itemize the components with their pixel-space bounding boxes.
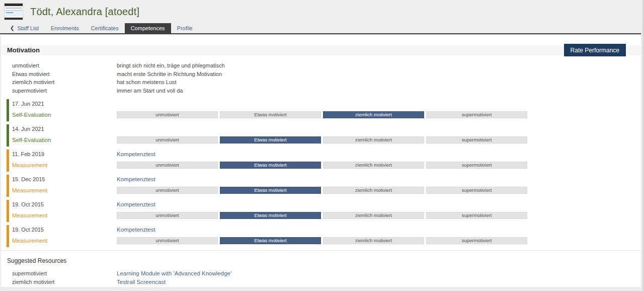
rating-segment: supermotiviert: [426, 111, 527, 118]
tab-label: Enrolments: [51, 25, 79, 31]
rating-segment: supermotiviert: [426, 187, 527, 194]
legend-level-label: Etwas motiviert: [12, 70, 117, 79]
evaluation-type-label: Measurement: [12, 162, 117, 172]
tab-certificates[interactable]: Certificates: [85, 23, 125, 33]
legend-row: ziemlich motiviert hat schon meistens Lu…: [1, 78, 641, 87]
evaluation-date: 11. Feb 2019: [12, 151, 117, 161]
tab-label: Competences: [131, 25, 165, 31]
evaluation-row: 11. Feb 2019 Kompetenztest Measurement u…: [7, 150, 641, 172]
tab-enrolments[interactable]: Enrolments: [45, 23, 85, 33]
rating-segment: ziemlich motiviert: [323, 136, 424, 143]
rating-scale-bar: unmotiviertEtwas motiviertziemlich motiv…: [117, 212, 527, 219]
tab-label: Staff List: [17, 25, 39, 31]
evaluation-row: 14. Jun 2021 Self-Evaluation unmotiviert…: [7, 124, 641, 147]
competence-test-link[interactable]: Kompetenztest: [117, 176, 155, 182]
evaluation-row: 19. Oct 2015 Kompetenztest Measurement u…: [7, 225, 641, 247]
evaluation-date: 17. Jun 2021: [12, 101, 117, 110]
rating-scale-bar: unmotiviertEtwas motiviertziemlich motiv…: [117, 162, 527, 169]
resource-level-label: ziemlich motiviert: [12, 278, 117, 286]
evaluation-date: 19. Oct 2015: [12, 227, 117, 236]
legend-row: supermotiviert immer am Start und voll d…: [1, 87, 641, 95]
app-logo-thumbnail-icon: [4, 3, 23, 20]
rating-scale-bar: unmotiviertEtwas motiviertziemlich motiv…: [117, 111, 527, 118]
legend-row: unmotiviert bringt sich nicht ein, träge…: [1, 61, 641, 70]
rating-segment: ziemlich motiviert: [323, 162, 424, 169]
rating-segment: Etwas motiviert: [220, 212, 321, 219]
rating-segment: supermotiviert: [426, 162, 527, 169]
evaluation-date: 14. Jun 2021: [12, 126, 117, 135]
rating-segment: Etwas motiviert: [220, 136, 321, 143]
rating-segment: unmotiviert: [117, 111, 218, 118]
rating-segment: supermotiviert: [426, 136, 527, 143]
legend-level-description: hat schon meistens Lust: [117, 78, 641, 87]
rating-scale-bar: unmotiviertEtwas motiviertziemlich motiv…: [117, 136, 527, 143]
legend-level-label: unmotiviert: [12, 61, 117, 70]
rating-segment: Etwas motiviert: [220, 237, 321, 244]
rating-segment: Etwas motiviert: [220, 111, 321, 118]
competence-test-link[interactable]: Kompetenztest: [117, 201, 155, 207]
rating-segment: supermotiviert: [426, 212, 527, 219]
tab-label: Certificates: [91, 25, 119, 31]
evaluation-list: 17. Jun 2021 Self-Evaluation unmotiviert…: [7, 99, 641, 247]
competence-test-link[interactable]: Kompetenztest: [117, 151, 155, 157]
rating-segment: ziemlich motiviert: [323, 187, 424, 194]
rating-segment: supermotiviert: [426, 237, 527, 244]
content-panel: Motivation Rate Performance unmotiviert …: [1, 35, 641, 287]
scale-legend: unmotiviert bringt sich nicht ein, träge…: [1, 61, 641, 95]
rating-segment: unmotiviert: [117, 162, 218, 169]
suggested-resource-row: supermotiviert Learning Module with 'Adv…: [1, 269, 641, 278]
chevron-left-icon: ❮: [10, 26, 14, 31]
rating-segment: unmotiviert: [117, 212, 218, 219]
tab-label: Profile: [177, 25, 193, 31]
evaluation-type-label: Self-Evaluation: [12, 137, 117, 147]
rating-segment: ziemlich motiviert: [323, 212, 424, 219]
suggested-resources-title: Suggested Resources: [1, 251, 641, 269]
legend-level-label: supermotiviert: [12, 87, 117, 95]
tab-staff-list[interactable]: ❮ Staff List: [4, 23, 45, 33]
page-header: Tödt, Alexandra [atoedt]: [0, 0, 644, 23]
section-title: Motivation: [7, 46, 40, 54]
evaluation-test-cell: [117, 126, 527, 135]
rating-segment: unmotiviert: [117, 187, 218, 194]
rating-segment: ziemlich motiviert: [323, 111, 424, 118]
legend-level-label: ziemlich motiviert: [12, 78, 117, 87]
resource-link[interactable]: Testrail Screencast: [117, 279, 166, 285]
evaluation-date: 15. Dec 2015: [12, 176, 117, 186]
evaluation-test-cell: Kompetenztest: [117, 227, 527, 236]
section-header-motivation: Motivation Rate Performance: [1, 45, 641, 55]
legend-level-description: immer am Start und voll da: [117, 87, 641, 95]
evaluation-type-label: Measurement: [12, 187, 117, 197]
suggested-resource-row: ziemlich motiviert Testrail Screencast: [1, 278, 641, 286]
rate-performance-button[interactable]: Rate Performance: [564, 44, 626, 56]
legend-level-description: bringt sich nicht ein, träge und phlegma…: [117, 61, 641, 70]
legend-level-description: macht erste Schritte in Richtung Motivat…: [117, 70, 641, 79]
rating-scale-bar: unmotiviertEtwas motiviertziemlich motiv…: [117, 237, 527, 244]
evaluation-row: 19. Oct 2015 Kompetenztest Measurement u…: [7, 200, 641, 222]
suggested-resources-list: supermotiviert Learning Module with 'Adv…: [1, 269, 641, 286]
page-title: Tödt, Alexandra [atoedt]: [30, 6, 139, 18]
evaluation-test-cell: Kompetenztest: [117, 201, 527, 211]
tab-bar: ❮ Staff List Enrolments Certificates Com…: [0, 23, 641, 34]
rating-scale-bar: unmotiviertEtwas motiviertziemlich motiv…: [117, 187, 527, 194]
evaluation-row: 17. Jun 2021 Self-Evaluation unmotiviert…: [7, 99, 641, 121]
resource-level-label: supermotiviert: [12, 269, 117, 278]
rating-segment: unmotiviert: [117, 237, 218, 244]
evaluation-date: 19. Oct 2015: [12, 201, 117, 211]
rating-segment: Etwas motiviert: [220, 162, 321, 169]
competence-test-link[interactable]: Kompetenztest: [117, 227, 155, 233]
rating-segment: unmotiviert: [117, 136, 218, 143]
evaluation-test-cell: Kompetenztest: [117, 176, 527, 186]
evaluation-type-label: Measurement: [12, 238, 117, 247]
evaluation-test-cell: [117, 101, 527, 110]
evaluation-type-label: Self-Evaluation: [12, 112, 117, 121]
evaluation-test-cell: Kompetenztest: [117, 151, 527, 161]
evaluation-type-label: Measurement: [12, 212, 117, 222]
tab-competences[interactable]: Competences: [125, 23, 171, 33]
evaluation-row: 15. Dec 2015 Kompetenztest Measurement u…: [7, 175, 641, 197]
resource-link[interactable]: Learning Module with 'Advanced Knowledge…: [117, 270, 231, 276]
legend-row: Etwas motiviert macht erste Schritte in …: [1, 70, 641, 79]
tab-profile[interactable]: Profile: [171, 23, 199, 33]
rating-segment: Etwas motiviert: [220, 187, 321, 194]
rating-segment: ziemlich motiviert: [323, 237, 424, 244]
